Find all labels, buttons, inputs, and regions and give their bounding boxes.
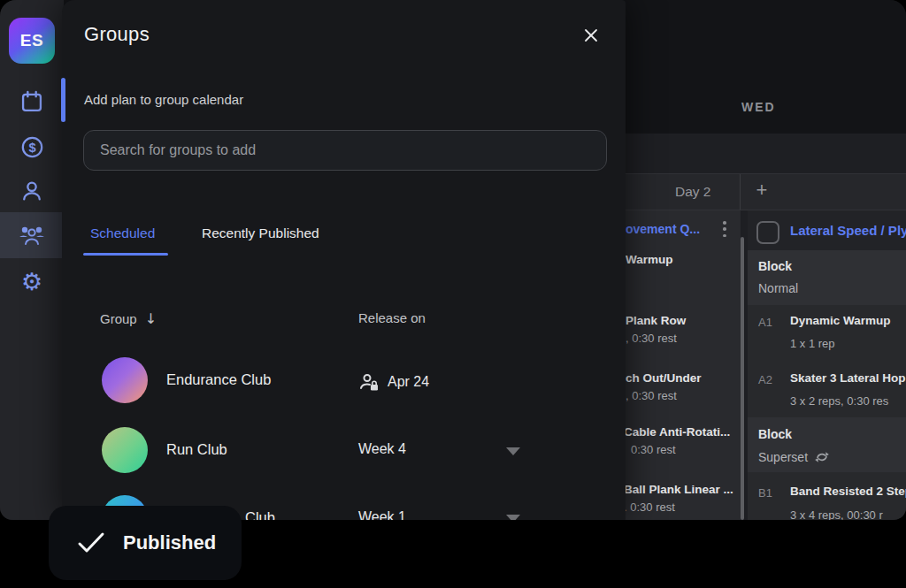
workout-card-title[interactable]: ovement Q... — [626, 222, 714, 236]
release-value: Week 4 — [358, 441, 406, 457]
release-value: Apr 24 — [388, 374, 429, 390]
groups-modal: Groups Add plan to group calendar Schedu… — [62, 0, 626, 520]
exercise-name: Ball Plank Linear ... — [624, 483, 733, 496]
group-name: Club — [245, 509, 275, 520]
exercise-tag: A1 — [758, 316, 772, 329]
exercise-detail: 1 x 1 rep — [790, 337, 835, 350]
group-row-endurance-club[interactable]: Endurance Club Apr 24 — [62, 357, 626, 407]
kebab-menu-icon[interactable] — [718, 219, 731, 239]
exercise-name: ch Out/Under — [626, 371, 702, 385]
exercise-detail: 0:30 rest — [624, 443, 730, 456]
block-mode: Normal — [758, 281, 798, 295]
close-button[interactable] — [579, 23, 603, 48]
group-avatar — [102, 427, 148, 473]
block-band: Block Superset — [748, 417, 906, 472]
modal-subtitle: Add plan to group calendar — [84, 92, 243, 107]
sidebar-item-groups[interactable] — [0, 212, 64, 258]
toast-label: Published — [123, 531, 216, 554]
avatar[interactable]: ES — [9, 18, 55, 64]
day-2-label: Day 2 — [675, 184, 711, 200]
sort-descending-icon: ↓ — [145, 310, 157, 327]
exercise-name: Skater 3 Lateral Hop — [790, 371, 906, 385]
group-avatar — [102, 357, 148, 403]
sidebar-item-billing[interactable]: $ — [0, 124, 64, 170]
exercise-item: Cable Anti-Rotati... 0:30 rest — [624, 425, 730, 456]
sidebar: ES $ — [0, 0, 64, 520]
chevron-down-icon[interactable] — [506, 515, 520, 520]
exercise-name: Plank Row — [626, 314, 686, 327]
column-header-release-on: Release on — [358, 310, 426, 325]
active-nav-indicator — [61, 78, 65, 122]
exercise-detail: 3 x 2 reps, 0:30 res — [790, 394, 888, 408]
person-lock-icon — [358, 371, 380, 393]
workout-card-lateral-speed[interactable]: Lateral Speed / Plyo Block Normal A1 Dyn… — [748, 210, 906, 520]
workout-card-movement[interactable]: ovement Q... Warmup Plank Row , 0:30 res… — [619, 210, 741, 520]
superset-cycle-icon — [815, 451, 829, 463]
release-value: Week 1 — [358, 509, 406, 520]
group-release-date: Apr 24 — [358, 371, 429, 393]
exercise-detail: , 0:30 rest — [626, 332, 686, 345]
svg-text:$: $ — [28, 140, 35, 154]
vertical-scrollbar[interactable] — [741, 237, 744, 520]
groups-icon — [18, 223, 46, 248]
block-mode: Superset — [758, 450, 829, 464]
active-tab-underline — [83, 253, 168, 256]
exercise-tag: B1 — [758, 486, 772, 500]
dollar-icon: $ — [20, 135, 44, 159]
sidebar-item-clients[interactable] — [0, 168, 64, 214]
workout-card-header: Lateral Speed / Plyo — [748, 210, 906, 250]
workout-checkbox[interactable] — [756, 221, 779, 244]
exercise-name: Warmup — [626, 253, 673, 266]
weekday-header: WED — [741, 100, 776, 114]
day-row-divider — [740, 174, 741, 210]
group-release-week: Week 1 — [358, 509, 406, 520]
block-mode-text: Normal — [758, 281, 798, 295]
exercise-detail: . 0:30 rest — [624, 500, 733, 514]
add-workout-button[interactable]: + — [750, 179, 773, 202]
search-input[interactable] — [83, 130, 607, 171]
group-name: Endurance Club — [166, 371, 271, 388]
app-window: WED Day 2 + ovement Q... Warmup Plank Ro… — [0, 0, 906, 520]
group-release-week: Week 4 — [358, 441, 406, 457]
person-icon — [19, 179, 44, 203]
exercise-item: Plank Row , 0:30 rest — [626, 314, 686, 345]
block-label: Block — [758, 427, 792, 441]
exercise-item: Warmup — [626, 253, 673, 266]
chevron-down-icon[interactable] — [506, 447, 520, 455]
close-icon — [584, 28, 598, 42]
exercise-item: ch Out/Under , 0:30 rest — [626, 371, 702, 402]
workout-card-title[interactable]: Lateral Speed / Plyo — [790, 223, 906, 238]
sidebar-item-settings[interactable]: ⚙ — [0, 258, 64, 304]
group-name: Run Club — [166, 441, 227, 458]
exercise-name: Dynamic Warmup — [790, 314, 891, 327]
sidebar-item-calendar[interactable] — [0, 79, 64, 125]
screenshot-canvas: WED Day 2 + ovement Q... Warmup Plank Ro… — [0, 0, 906, 588]
block-mode-text: Superset — [758, 450, 808, 464]
column-header-group[interactable]: Group ↓ — [100, 310, 157, 327]
exercise-name: Band Resisted 2 Step — [790, 485, 906, 498]
block-label: Block — [758, 259, 792, 273]
gear-icon: ⚙ — [21, 270, 42, 294]
exercise-tag: A2 — [758, 373, 772, 386]
published-toast: Published — [49, 506, 242, 580]
tab-scheduled[interactable]: Scheduled — [90, 225, 155, 241]
group-row-run-club[interactable]: Run Club Week 4 — [62, 427, 626, 477]
tab-recently-published[interactable]: Recently Published — [202, 225, 319, 241]
calendar-icon — [19, 89, 44, 114]
exercise-name: Cable Anti-Rotati... — [624, 425, 730, 439]
exercise-item: Ball Plank Linear ... . 0:30 rest — [624, 483, 733, 514]
calendar-subheader-band — [619, 134, 906, 173]
exercise-detail: 3 x 4 reps, 00:30 r — [790, 508, 883, 520]
column-header-group-label: Group — [100, 311, 137, 326]
block-band: Block Normal — [748, 250, 906, 305]
modal-title: Groups — [84, 23, 150, 46]
checkmark-icon — [77, 531, 105, 554]
exercise-detail: , 0:30 rest — [626, 389, 702, 402]
